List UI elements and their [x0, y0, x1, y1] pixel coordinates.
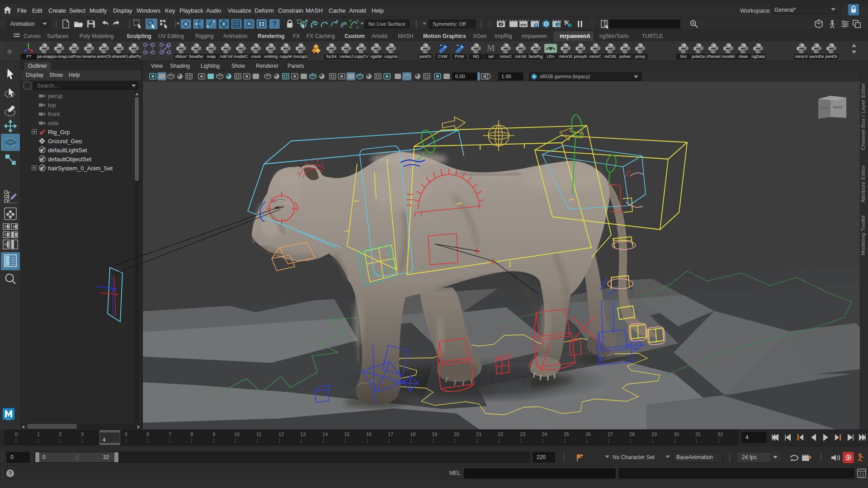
svg-text:IPR: IPR — [520, 23, 527, 27]
svg-text:?: ? — [272, 20, 277, 28]
svg-text:RIGHT: RIGHT — [833, 106, 844, 109]
svg-text:AYA: AYA — [6, 418, 11, 421]
svg-text:M: M — [487, 44, 495, 53]
svg-text:{ }: { } — [859, 472, 864, 477]
svg-text:FRONT: FRONT — [819, 107, 829, 110]
